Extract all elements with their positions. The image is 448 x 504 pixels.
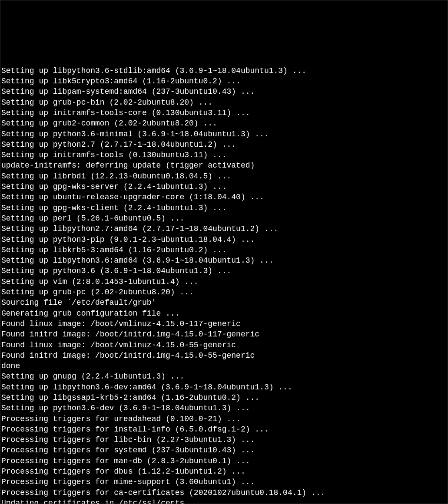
terminal-line: Setting up libpython2.7:amd64 (2.7.17-1~…	[1, 224, 447, 234]
terminal-line: Setting up libpython3.6-stdlib:amd64 (3.…	[1, 66, 447, 76]
terminal-line: Setting up gpg-wks-client (2.2.4-1ubuntu…	[1, 203, 447, 213]
terminal-line: Setting up initramfs-tools (0.130ubuntu3…	[1, 150, 447, 160]
terminal-line: Setting up gnupg (2.2.4-1ubuntu1.3) ...	[1, 371, 447, 382]
terminal-line: Processing triggers for install-info (6.…	[1, 424, 447, 435]
terminal-line: Processing triggers for man-db (2.8.3-2u…	[1, 456, 447, 466]
terminal-line: Setting up python2.7 (2.7.17-1~18.04ubun…	[1, 139, 447, 150]
terminal-line: Found linux image: /boot/vmlinuz-4.15.0-…	[1, 319, 447, 329]
terminal-line: Setting up python3.6 (3.6.9-1~18.04ubunt…	[1, 266, 447, 276]
terminal-line: Setting up gpg-wks-server (2.2.4-1ubuntu…	[1, 181, 447, 192]
terminal-line: Generating grub configuration file ...	[1, 308, 447, 319]
terminal-line: Sourcing file `/etc/default/grub'	[1, 297, 447, 308]
terminal-line: Setting up initramfs-tools-core (0.130ub…	[1, 108, 447, 118]
terminal-line: Updating certificates in /etc/ssl/certs.…	[1, 498, 447, 504]
terminal-line: Setting up libk5crypto3:amd64 (1.16-2ubu…	[1, 76, 447, 86]
terminal-line: Setting up vim (2:8.0.1453-1ubuntu1.4) .…	[1, 277, 447, 287]
terminal-line: Processing triggers for mime-support (3.…	[1, 477, 447, 487]
terminal-line: Setting up ubuntu-release-upgrader-core …	[1, 192, 447, 202]
terminal-line: Setting up libpython3.6:amd64 (3.6.9-1~1…	[1, 255, 447, 266]
terminal-line: Processing triggers for ca-certificates …	[1, 488, 447, 498]
terminal-line: Processing triggers for dbus (1.12.2-1ub…	[1, 466, 447, 477]
terminal-line: Found linux image: /boot/vmlinuz-4.15.0-…	[1, 340, 447, 350]
terminal-line: Setting up python3.6-minimal (3.6.9-1~18…	[1, 129, 447, 139]
terminal-line: Setting up libpam-systemd:amd64 (237-3ub…	[1, 86, 447, 97]
terminal-window[interactable]: Setting up libpython3.6-stdlib:amd64 (3.…	[1, 44, 447, 504]
terminal-line: Found initrd image: /boot/initrd.img-4.1…	[1, 350, 447, 361]
terminal-line: Setting up libpython3.6-dev:amd64 (3.6.9…	[1, 382, 447, 392]
terminal-output: Setting up libpython3.6-stdlib:amd64 (3.…	[1, 66, 447, 504]
terminal-line: done	[1, 361, 447, 371]
terminal-line: Setting up librbd1 (12.2.13-0ubuntu0.18.…	[1, 171, 447, 181]
terminal-line: Setting up libgssapi-krb5-2:amd64 (1.16-…	[1, 392, 447, 403]
terminal-line: Setting up perl (5.26.1-6ubuntu0.5) ...	[1, 213, 447, 224]
terminal-line: Setting up grub2-common (2.02-2ubuntu8.2…	[1, 118, 447, 128]
terminal-line: Processing triggers for libc-bin (2.27-3…	[1, 435, 447, 445]
terminal-line: update-initramfs: deferring update (trig…	[1, 160, 447, 171]
terminal-line: Setting up python3.6-dev (3.6.9-1~18.04u…	[1, 403, 447, 413]
terminal-line: Setting up libkrb5-3:amd64 (1.16-2ubuntu…	[1, 245, 447, 255]
terminal-line: Setting up grub-pc-bin (2.02-2ubuntu8.20…	[1, 97, 447, 108]
terminal-line: Setting up python3-pip (9.0.1-2.3~ubuntu…	[1, 234, 447, 245]
terminal-line: Processing triggers for systemd (237-3ub…	[1, 445, 447, 455]
terminal-line: Processing triggers for ureadahead (0.10…	[1, 414, 447, 424]
terminal-line: Found initrd image: /boot/initrd.img-4.1…	[1, 329, 447, 339]
terminal-line: Setting up grub-pc (2.02-2ubuntu8.20) ..…	[1, 287, 447, 297]
